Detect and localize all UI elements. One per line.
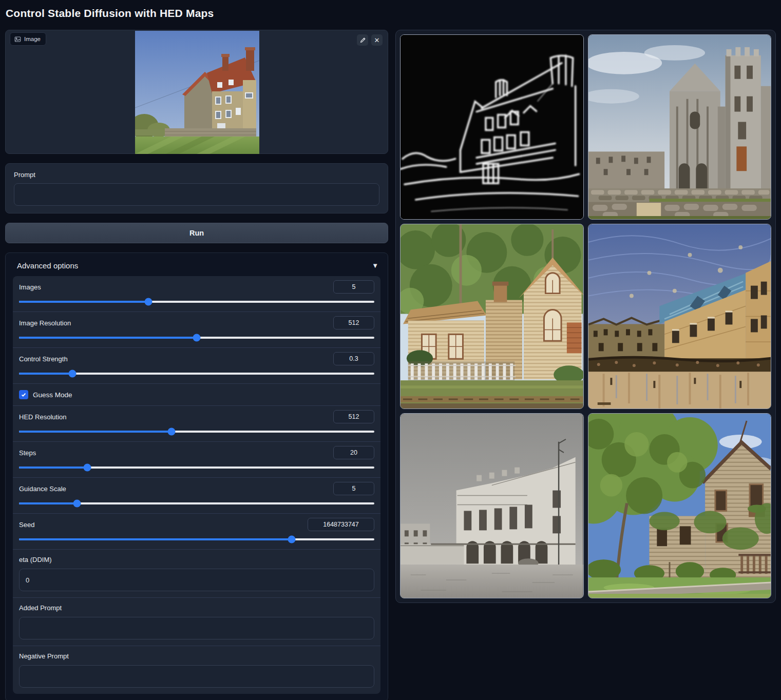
pencil-icon [359,37,366,44]
cathedral-graphic [588,35,771,219]
added-prompt-label: Added Prompt [19,604,374,612]
steps-value-input[interactable]: 20 [333,446,374,459]
images-label: Images [19,283,41,291]
gallery-item-bw-building[interactable] [400,413,584,598]
wooden-house-graphic [401,224,583,409]
overgrown-house-graphic [588,414,771,598]
impressionist-graphic [588,224,771,409]
run-button[interactable]: Run [5,223,388,243]
advanced-options-accordion: Advanced options ▼ Images 5 [5,252,388,700]
picture-icon [14,36,21,43]
app-page: Control Stable Diffusion with HED Maps I… [0,0,781,700]
steps-row: Steps 20 [13,442,380,478]
gallery-item-hed-map[interactable] [400,34,584,220]
triangle-down-icon: ▼ [372,262,378,269]
images-row: Images 5 [13,276,380,312]
checkbox-checked-icon[interactable] [19,390,28,399]
eta-label: eta (DDIM) [19,556,374,563]
image-component-label: Image [10,32,46,46]
images-slider-handle[interactable] [144,298,152,305]
steps-slider[interactable] [19,463,374,471]
control-strength-slider[interactable] [19,370,374,377]
seed-label: Seed [19,521,34,529]
image-resolution-slider[interactable] [19,334,374,341]
gallery-item-cathedral[interactable] [588,34,772,220]
image-resolution-value-input[interactable]: 512 [333,316,374,329]
control-strength-slider-handle[interactable] [68,370,76,377]
edit-image-button[interactable] [357,34,368,46]
clear-image-button[interactable]: ✕ [371,34,383,46]
guidance-scale-slider-handle[interactable] [73,499,81,507]
steps-label: Steps [19,449,36,457]
added-prompt-input[interactable] [19,617,374,639]
images-slider[interactable] [19,298,374,305]
image-resolution-row: Image Resolution 512 [13,312,380,348]
image-resolution-label: Image Resolution [19,319,71,327]
images-value-input[interactable]: 5 [333,280,374,294]
guidance-scale-row: Guidance Scale 5 [13,478,380,514]
guess-mode-checkbox[interactable]: Guess Mode [13,384,380,406]
house-photo-graphic [135,31,259,154]
image-actions: ✕ [357,34,383,46]
gallery-item-impressionist[interactable] [588,224,772,409]
eta-row: eta (DDIM) [13,550,380,598]
gallery-item-overgrown-house[interactable] [588,413,772,598]
hed-resolution-value-input[interactable]: 512 [333,410,374,423]
hed-resolution-label: HED Resolution [19,413,67,421]
bw-building-graphic [401,414,583,598]
control-strength-label: Control Strength [19,355,68,363]
hed-resolution-slider[interactable] [19,427,374,435]
seed-row: Seed 1648733747 [13,514,380,550]
guess-mode-label: Guess Mode [33,391,72,399]
image-resolution-slider-handle[interactable] [193,334,201,341]
uploaded-image[interactable] [135,31,259,154]
hed-resolution-row: HED Resolution 512 [13,406,380,442]
prompt-label: Prompt [14,171,379,179]
negative-prompt-row: Negative Prompt [13,646,380,694]
guidance-scale-slider[interactable] [19,499,374,507]
control-strength-value-input[interactable]: 0.3 [333,352,374,365]
hed-resolution-slider-handle[interactable] [167,427,175,435]
added-prompt-row: Added Prompt [13,598,380,646]
prompt-component: Prompt [5,163,388,213]
guidance-scale-value-input[interactable]: 5 [333,482,374,495]
steps-slider-handle[interactable] [83,463,91,471]
left-column: Image ✕ [5,30,388,700]
advanced-options-title: Advanced options [17,261,78,270]
eta-input[interactable] [19,569,374,591]
advanced-options-block: Images 5 Image Resolution 512 [13,276,380,694]
gallery-item-wooden-house[interactable] [400,224,584,409]
prompt-input[interactable] [14,183,379,206]
image-upload-component[interactable]: Image ✕ [5,30,388,154]
seed-value-input[interactable]: 1648733747 [308,518,374,531]
page-title: Control Stable Diffusion with HED Maps [6,7,214,20]
hed-map-graphic [401,35,583,219]
control-strength-row: Control Strength 0.3 [13,348,380,384]
result-gallery [395,30,776,603]
guidance-scale-label: Guidance Scale [19,485,66,493]
negative-prompt-input[interactable] [19,665,374,688]
negative-prompt-label: Negative Prompt [19,652,374,660]
seed-slider-handle[interactable] [288,535,296,543]
advanced-options-header[interactable]: Advanced options ▼ [13,260,380,276]
seed-slider[interactable] [19,535,374,543]
